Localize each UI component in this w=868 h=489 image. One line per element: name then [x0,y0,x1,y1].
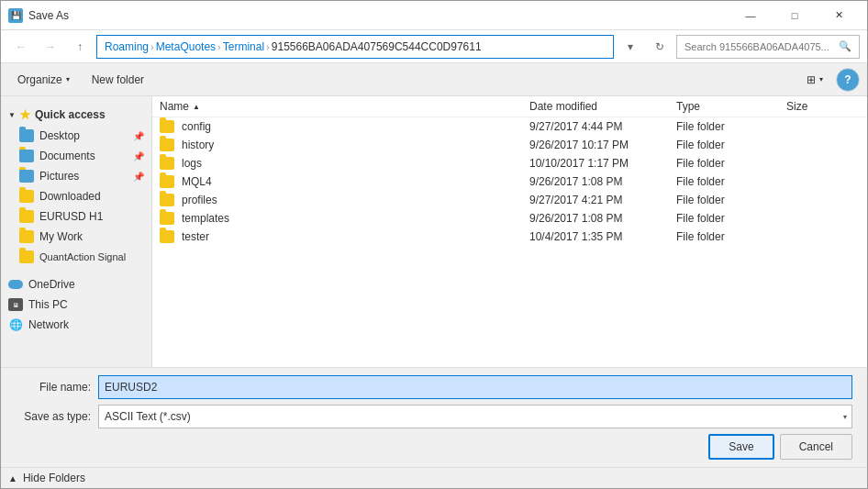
saveastype-select-wrapper: ASCII Text (*.csv) ▾ [98,405,852,428]
col-date-header[interactable]: Date modified [529,100,676,113]
file-type: File folder [676,212,786,225]
quick-access-section: ▼ ★ Quick access Desktop 📌 Documents 📌 [1,104,151,267]
col-type-header[interactable]: Type [676,100,786,113]
view-button[interactable]: ⊞ ▾ [797,68,832,92]
sidebar-item-quantaction[interactable]: QuantAction Signal [1,247,151,267]
folder-icon [160,230,174,243]
name-col-label: Name [160,100,189,113]
sidebar-item-label: This PC [28,298,68,311]
desktop-folder-icon [19,129,34,142]
table-row[interactable]: tester 10/4/2017 1:35 PM File folder [152,228,867,246]
path-dropdown-button[interactable]: ▾ [618,35,643,59]
sidebar-item-thispc[interactable]: 🖥 This PC [1,295,151,315]
title-bar-left: 💾 Save As [8,8,69,23]
folder-icon [160,175,174,188]
sidebar-item-eurusdh1[interactable]: EURUSD H1 [1,206,151,227]
path-metaquotes: MetaQuotes [156,40,216,53]
file-name: logs [182,157,202,170]
saveastype-select[interactable]: ASCII Text (*.csv) [98,405,852,428]
cancel-button[interactable]: Cancel [780,434,852,460]
minimize-button[interactable]: — [729,1,772,30]
refresh-button[interactable]: ↻ [647,35,673,59]
up-button[interactable]: ↑ [67,35,93,59]
sidebar-item-label: QuantAction Signal [39,251,126,262]
file-date: 10/4/2017 1:35 PM [529,230,676,243]
sidebar-item-downloaded[interactable]: Downloaded [1,186,151,206]
file-name: templates [182,212,229,225]
sidebar-item-pictures[interactable]: Pictures 📌 [1,166,151,186]
saveastype-row: Save as type: ASCII Text (*.csv) ▾ [16,405,852,428]
file-date: 10/10/2017 1:17 PM [529,157,676,170]
view-chevron: ▾ [819,75,823,83]
table-row[interactable]: MQL4 9/26/2017 1:08 PM File folder [152,172,867,191]
new-folder-button[interactable]: New folder [83,68,153,92]
sidebar-item-label: Downloaded [39,190,101,203]
file-name: history [182,139,214,151]
search-box: 🔍 [676,35,860,59]
help-button[interactable]: ? [836,68,860,92]
organize-label: Organize [17,73,62,86]
file-name-cell: templates [160,212,529,225]
sidebar-item-label: Network [28,318,69,331]
chevron-up-icon: ▲ [8,473,17,483]
file-name-cell: config [160,120,529,133]
sidebar-item-mywork[interactable]: My Work [1,227,151,247]
search-input[interactable] [684,41,835,52]
close-button[interactable]: ✕ [818,1,860,30]
file-date: 9/26/2017 10:17 PM [529,139,676,151]
sidebar-item-label: OneDrive [28,278,75,291]
file-name-cell: profiles [160,194,529,206]
file-type: File folder [676,175,786,188]
table-row[interactable]: config 9/27/2017 4:44 PM File folder [152,117,867,136]
view-icon: ⊞ [807,73,816,86]
address-path[interactable]: Roaming › MetaQuotes › Terminal › 915566… [96,35,614,59]
file-date: 9/27/2017 4:21 PM [529,194,676,206]
sidebar-item-onedrive[interactable]: OneDrive [1,274,151,295]
dialog-title: Save As [28,9,69,22]
file-name: MQL4 [182,175,212,188]
organize-chevron: ▾ [66,75,70,83]
file-type: File folder [676,157,786,170]
file-type: File folder [676,230,786,243]
file-list: Name ▲ Date modified Type Size config [152,96,867,367]
col-name-header[interactable]: Name ▲ [160,100,529,113]
file-date: 9/26/2017 1:08 PM [529,175,676,188]
file-list-header: Name ▲ Date modified Type Size [152,96,867,117]
path-roaming: Roaming [105,40,149,53]
path-guid: 915566BA06ADA407569C544CC0D97611 [272,40,482,53]
folder-icon [160,157,174,170]
thispc-icon: 🖥 [8,298,23,311]
table-row[interactable]: logs 10/10/2017 1:17 PM File folder [152,154,867,172]
folder-icon [160,139,174,151]
table-row[interactable]: templates 9/26/2017 1:08 PM File folder [152,209,867,228]
save-button[interactable]: Save [708,434,773,460]
hide-folders-bar[interactable]: ▲ Hide Folders [1,467,867,488]
quantaction-folder-icon [19,250,34,263]
sidebar-item-desktop[interactable]: Desktop 📌 [1,126,151,146]
table-row[interactable]: profiles 9/27/2017 4:21 PM File folder [152,191,867,209]
organize-button[interactable]: Organize ▾ [8,68,79,92]
pictures-folder-icon [19,170,34,183]
path-terminal: Terminal [223,40,264,53]
filename-input[interactable] [98,375,852,399]
col-size-header[interactable]: Size [786,100,860,113]
quick-access-header[interactable]: ▼ ★ Quick access [1,104,151,126]
file-type: File folder [676,139,786,151]
title-bar: 💾 Save As — □ ✕ [1,1,867,30]
file-type: File folder [676,194,786,206]
sidebar-item-documents[interactable]: Documents 📌 [1,146,151,166]
sep3: › [266,41,270,52]
bottom-section: File name: Save as type: ASCII Text (*.c… [1,367,867,467]
quick-access-label: Quick access [35,108,106,121]
table-row[interactable]: history 9/26/2017 10:17 PM File folder [152,136,867,154]
back-button[interactable]: ← [8,35,34,59]
forward-button[interactable]: → [38,35,63,59]
pin-icon: 📌 [133,172,144,182]
sort-arrow: ▲ [193,103,200,111]
downloaded-folder-icon [19,190,34,203]
dialog-icon: 💾 [8,8,23,23]
sidebar-item-network[interactable]: 🌐 Network [1,315,151,335]
maximize-button[interactable]: □ [773,1,816,30]
toolbar: Organize ▾ New folder ⊞ ▾ ? [1,63,867,96]
pin-icon: 📌 [133,131,144,141]
